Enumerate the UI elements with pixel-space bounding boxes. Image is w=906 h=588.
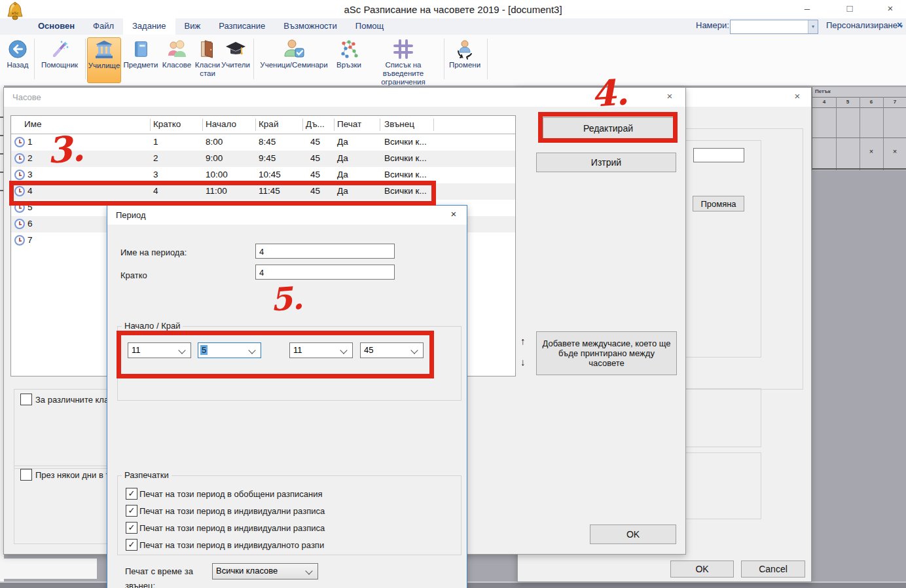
bells-dialog-close-icon[interactable]: × [786,90,808,105]
table-row[interactable]: 229:009:4545ДаВсички к... [11,151,515,167]
cell-short: 2 [153,153,158,163]
find-label: Намери: [696,20,729,30]
tab-pomosht[interactable]: Помощ [346,18,393,35]
printout-checkbox[interactable]: ✓ [126,539,137,551]
hours-dialog-close-icon[interactable]: × [659,90,681,105]
graduation-cap-icon [220,37,251,61]
period-short-label: Кратко [120,270,147,280]
back-icon [3,37,33,61]
delete-button[interactable]: Изтрий [536,153,676,172]
printout-checkbox[interactable]: ✓ [126,522,137,534]
cell-start: 9:00 [206,153,223,163]
teachers-button[interactable]: Учители [220,37,251,69]
printout-checkbox-label: Печат на този период в индивидуални разп… [139,506,336,516]
student-check-icon [255,37,333,61]
grid-hash-icon [364,37,443,61]
toolbar-close-icon[interactable]: × [897,20,902,30]
cell-short: 1 [153,137,158,147]
find-dropdown-icon[interactable]: ▾ [808,20,818,33]
col-short[interactable]: Кратко [153,119,181,129]
add-break-button[interactable]: Добавете междучасие, което ще бъде принт… [536,331,677,375]
printouts-group: Разпечатки ✓Печат на този период в обобщ… [117,475,462,555]
grid-x-mark: × [883,147,906,155]
move-down-icon[interactable]: ↓ [520,356,526,367]
period-short-input[interactable] [255,265,395,280]
annotation-step3: 3. [46,127,86,172]
annotation-step4: 4. [590,71,630,115]
period-dialog: Период × Име на периода: Кратко Начало /… [107,205,467,588]
back-button[interactable]: Назад [3,37,33,69]
cell-name: 7 [27,235,33,245]
tab-vazmozhnosti[interactable]: Възможности [274,18,346,35]
change-button[interactable]: Промяна [693,196,744,211]
cell-length: 45 [299,137,320,147]
window-title: aSc Разписание на часовете 2019 - [docum… [0,4,906,15]
chevron-down-icon [305,567,312,574]
menu-tabs: Основен Файл Задание Виж Разписание Възм… [29,18,393,35]
period-dialog-close-icon[interactable]: × [443,208,465,223]
col-name[interactable]: Име [24,119,42,129]
background-strip [0,559,97,579]
assistant-button[interactable]: Помощник [37,37,82,69]
period-name-input[interactable] [255,244,395,259]
cell-short: 3 [153,170,158,179]
bell-time-combo[interactable]: Всички класове [212,563,318,579]
grid-col-header: 6 [860,99,883,105]
cell-bell: Всички к... [384,153,427,163]
table-row[interactable]: 118:008:4545ДаВсички к... [11,134,515,151]
cell-print: Да [337,153,348,163]
clock-icon [14,153,25,164]
cell-print: Да [337,137,348,147]
tab-fail[interactable]: Файл [84,18,123,35]
col-start[interactable]: Начало [206,119,236,129]
find-input[interactable]: ▾ [730,20,818,34]
printout-checkbox-label: Печат на този период в индивидуални разп… [139,523,336,533]
close-window-button[interactable]: × [880,3,900,14]
hours-dialog-title: Часове [12,92,41,102]
printout-checkbox[interactable]: ✓ [126,505,137,517]
cell-name: 3 [27,170,33,179]
col-bell[interactable]: Звънец [384,119,414,129]
move-up-icon[interactable]: ↑ [520,335,526,346]
links-button[interactable]: Връзки [334,37,364,69]
school-button[interactable]: Училище [87,37,121,83]
col-end[interactable]: Край [259,119,278,129]
cell-name: 2 [27,153,33,163]
classrooms-button[interactable]: Класни стаи [194,37,221,78]
minimize-button[interactable]: – [797,3,817,14]
cell-bell: Всички к... [384,137,427,147]
hours-table-header: Име Кратко Начало Край Дъ... Печат Звъне… [11,116,515,134]
classes-button[interactable]: Класове [161,37,192,69]
tab-razpisanie[interactable]: Разписание [209,18,274,35]
tab-zadanie[interactable]: Задание [123,18,175,35]
bells-cancel-button[interactable]: Cancel [741,560,805,578]
annotation-box-time [117,331,434,378]
asc-bell-logo: aSc [5,1,25,22]
different-classes-checkbox[interactable] [20,394,32,405]
subjects-button[interactable]: Предмети [122,37,160,69]
personalize-menu[interactable]: Персонализиране ▾ [826,20,903,30]
constraints-list-button[interactable]: Списък на въведените ограничения [364,37,443,87]
period-dialog-title: Период [116,210,146,220]
hours-ok-button[interactable]: OK [590,524,676,544]
maximize-button[interactable]: □ [840,3,860,14]
bells-dialog-field[interactable] [693,148,744,162]
col-length[interactable]: Дъ... [306,119,325,129]
tab-vizh[interactable]: Виж [175,18,210,35]
some-days-checkbox[interactable] [20,469,32,481]
grid-col-header: 7 [883,99,906,105]
cell-length: 45 [299,153,320,163]
col-print[interactable]: Печат [337,119,361,129]
cell-end: 8:45 [259,137,276,147]
app-window: aSc Разписание на часовете 2019 - [docum… [0,0,906,588]
clock-icon [14,235,25,246]
cell-bell: Всички к... [384,170,427,179]
bells-ok-button[interactable]: OK [670,560,734,578]
clock-icon [14,137,25,147]
annotation-box-row4 [9,181,436,206]
students-seminars-button[interactable]: Ученици/Семинари [255,37,333,69]
printout-checkbox[interactable]: ✓ [126,488,137,500]
changes-button[interactable]: Промени [448,37,482,69]
tab-osnoven[interactable]: Основен [29,18,84,35]
grid-x-mark: × [860,147,883,155]
